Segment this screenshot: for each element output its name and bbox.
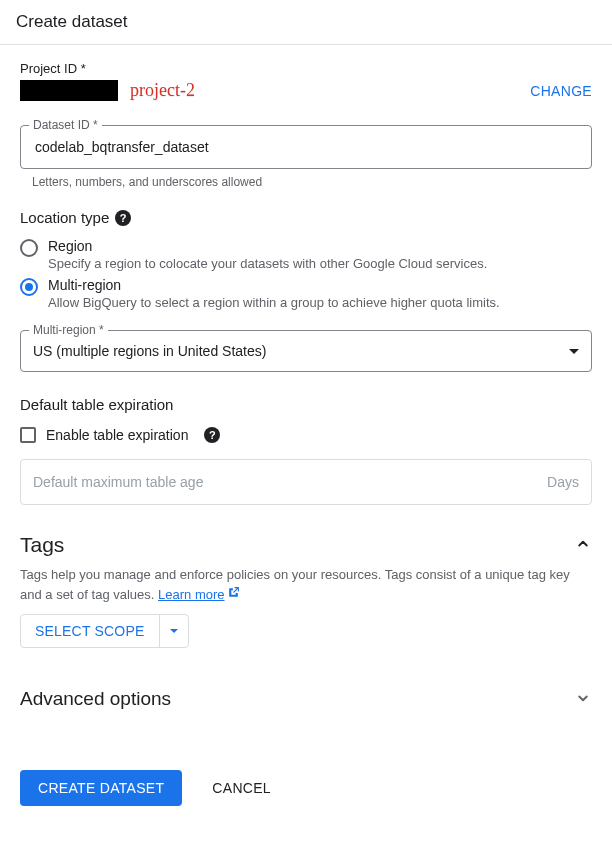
radio-region-title: Region — [48, 238, 487, 254]
dataset-id-floating-label: Dataset ID * — [29, 118, 102, 132]
advanced-options-header[interactable]: Advanced options — [20, 688, 592, 710]
dialog-header: Create dataset — [0, 0, 612, 45]
radio-region[interactable] — [20, 239, 38, 257]
location-type-label: Location type ? — [20, 209, 592, 226]
dataset-id-input[interactable] — [33, 138, 579, 156]
enable-expiration-checkbox[interactable] — [20, 427, 36, 443]
advanced-options-title: Advanced options — [20, 688, 171, 710]
select-scope-split-button: SELECT SCOPE — [20, 614, 189, 648]
multi-region-value: US (multiple regions in United States) — [33, 343, 266, 359]
project-id-redacted — [20, 80, 118, 101]
radio-multi-region-desc: Allow BigQuery to select a region within… — [48, 295, 500, 310]
dropdown-arrow-icon — [569, 349, 579, 354]
dataset-id-field[interactable]: Dataset ID * — [20, 125, 592, 169]
enable-expiration-label: Enable table expiration — [46, 427, 188, 443]
project-annotation: project-2 — [130, 80, 195, 101]
dialog-title: Create dataset — [16, 12, 128, 31]
max-table-age-placeholder: Default maximum table age — [33, 474, 203, 490]
tags-title: Tags — [20, 533, 64, 557]
radio-multi-region-title: Multi-region — [48, 277, 500, 293]
external-link-icon — [227, 585, 240, 605]
radio-region-desc: Specify a region to colocate your datase… — [48, 256, 487, 271]
chevron-down-icon — [574, 689, 592, 710]
dropdown-arrow-icon — [170, 629, 178, 633]
max-table-age-unit: Days — [547, 474, 579, 490]
select-scope-button[interactable]: SELECT SCOPE — [21, 615, 159, 647]
tags-description: Tags help you manage and enforce policie… — [20, 565, 592, 604]
expiration-heading: Default table expiration — [20, 396, 592, 413]
learn-more-link[interactable]: Learn more — [158, 587, 224, 602]
dataset-id-helper: Letters, numbers, and underscores allowe… — [32, 175, 592, 189]
select-scope-dropdown[interactable] — [159, 615, 188, 647]
radio-dot-icon — [25, 283, 33, 291]
multi-region-floating-label: Multi-region * — [29, 323, 108, 337]
help-icon[interactable]: ? — [204, 427, 220, 443]
chevron-up-icon — [574, 535, 592, 556]
help-icon[interactable]: ? — [115, 210, 131, 226]
cancel-button[interactable]: CANCEL — [206, 779, 277, 797]
tags-header[interactable]: Tags — [20, 533, 592, 557]
change-project-button[interactable]: CHANGE — [530, 83, 592, 99]
max-table-age-field: Default maximum table age Days — [20, 459, 592, 505]
multi-region-select[interactable]: Multi-region * US (multiple regions in U… — [20, 330, 592, 372]
radio-multi-region[interactable] — [20, 278, 38, 296]
project-id-label: Project ID * — [20, 61, 592, 76]
create-dataset-button[interactable]: CREATE DATASET — [20, 770, 182, 806]
